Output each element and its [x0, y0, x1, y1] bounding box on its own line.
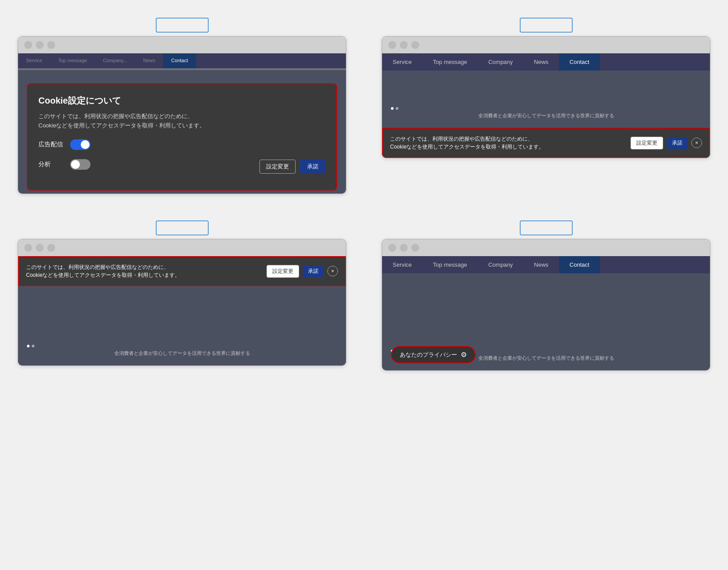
nav4-top-message[interactable]: Top message [422, 256, 477, 273]
nav-company[interactable]: Company... [95, 53, 135, 68]
browser-content-3: このサイトでは、利用状況の把握や広告配信などのために、 Cookieなどを使用し… [18, 256, 346, 365]
hero-area-3: 全消費者と企業が安心してデータを活用できる世界に貢献する [18, 286, 346, 365]
dot-green [47, 41, 55, 49]
browser-1: Service Top message Company... News Cont… [18, 36, 346, 194]
browser-content-2: Service Top message Company News Contact… [382, 53, 710, 158]
browser-4: Service Top message Company News Contact… [382, 239, 710, 371]
hero-area-2: 全消費者と企業が安心してデータを活用できる世界に貢献する [382, 71, 710, 128]
dot-yellow-2 [400, 41, 408, 49]
banner-settings-button-3[interactable]: 設定変更 [266, 265, 299, 278]
cookie-modal-title: Cookie設定について [38, 95, 326, 107]
analysis-row: 分析 設定変更 承諾 [38, 155, 326, 174]
browser-2: Service Top message Company News Contact… [382, 36, 710, 158]
titlebar-3 [18, 239, 346, 256]
banner-close-button-3[interactable]: × [327, 266, 338, 276]
gear-icon: ⚙ [461, 350, 467, 359]
dot-red-2 [388, 41, 396, 49]
banner-accept-button-2[interactable]: 承諾 [667, 137, 688, 149]
dot-red-4 [388, 244, 396, 252]
banner-actions-3: 設定変更 承諾 × [266, 265, 338, 278]
dot1 [391, 107, 394, 110]
dot-red [24, 41, 32, 49]
nav4-company[interactable]: Company [478, 256, 524, 273]
analysis-toggle[interactable] [70, 159, 90, 170]
banner-settings-button-2[interactable]: 設定変更 [630, 137, 663, 149]
cookie-banner-2: このサイトでは、利用状況の把握や広告配信などのために、 Cookieなどを使用し… [382, 128, 710, 158]
hero-dots-3 [27, 345, 337, 347]
hero-text-2: 全消費者と企業が安心してデータを活用できる世界に貢献する [391, 112, 701, 119]
browser-3: このサイトでは、利用状況の把握や広告配信などのために、 Cookieなどを使用し… [18, 239, 346, 366]
hero-text-3: 全消費者と企業が安心してデータを活用できる世界に貢献する [27, 350, 337, 357]
nav-top-message[interactable]: Top message [50, 53, 95, 68]
nav4-contact[interactable]: Contact [559, 256, 600, 273]
nav2-contact[interactable]: Contact [559, 53, 600, 71]
banner-accept-button-3[interactable]: 承諾 [303, 265, 324, 277]
dot-yellow [36, 41, 44, 49]
panel-2-label [520, 18, 573, 33]
dot-red-3 [24, 244, 32, 252]
titlebar-2 [382, 37, 710, 53]
banner-text-2: このサイトでは、利用状況の把握や広告配信などのために、 Cookieなどを使用し… [390, 135, 630, 151]
ad-toggle[interactable] [70, 139, 90, 150]
dot-green-2 [411, 41, 419, 49]
nav4-news[interactable]: News [523, 256, 559, 273]
nav2-service[interactable]: Service [382, 53, 422, 71]
panel-1: Service Top message Company... News Cont… [18, 18, 346, 194]
panel-4-label [520, 220, 573, 235]
browser-content-1: Service Top message Company... News Cont… [18, 53, 346, 194]
ad-label: 広告配信 [38, 141, 65, 149]
dot1-3 [27, 345, 30, 347]
browser-content-4: Service Top message Company News Contact… [382, 256, 710, 370]
modal-accept-button[interactable]: 承諾 [300, 160, 326, 174]
dot-green-4 [411, 244, 419, 252]
banner-actions-2: 設定変更 承諾 × [630, 137, 702, 149]
privacy-btn-label: あなたのプライバシー [400, 351, 457, 359]
nav4-service[interactable]: Service [382, 256, 422, 273]
nav2-company[interactable]: Company [478, 53, 524, 71]
ad-row: 広告配信 [38, 139, 326, 150]
privacy-button[interactable]: あなたのプライバシー ⚙ [391, 346, 476, 363]
panel-3-label [156, 220, 209, 235]
dot2-3 [32, 345, 34, 347]
nav-bar-2: Service Top message Company News Contact [382, 53, 710, 71]
panel-3: このサイトでは、利用状況の把握や広告配信などのために、 Cookieなどを使用し… [18, 220, 346, 397]
cookie-modal-description: このサイトでは、利用状況の把握や広告配信などのために、Cookieなどを使用して… [38, 112, 326, 130]
dot-yellow-3 [36, 244, 44, 252]
analysis-label: 分析 [38, 160, 65, 168]
nav-contact[interactable]: Contact [163, 53, 196, 68]
nav-bar-4: Service Top message Company News Contact [382, 256, 710, 273]
panel-1-label [156, 18, 209, 33]
cookie-banner-3: このサイトでは、利用状況の把握や広告配信などのために、 Cookieなどを使用し… [18, 256, 346, 286]
hero-dots-2 [391, 107, 701, 110]
dot-green-3 [47, 244, 55, 252]
banner-close-button-2[interactable]: × [691, 138, 702, 148]
titlebar-4 [382, 239, 710, 256]
nav-news[interactable]: News [135, 53, 164, 68]
nav2-news[interactable]: News [523, 53, 559, 71]
cookie-modal: Cookie設定について このサイトでは、利用状況の把握や広告配信などのために、… [27, 83, 337, 190]
panel-2: Service Top message Company News Contact… [382, 18, 710, 194]
panel-4: Service Top message Company News Contact… [382, 220, 710, 397]
banner-text-3: このサイトでは、利用状況の把握や広告配信などのために、 Cookieなどを使用し… [26, 263, 266, 279]
titlebar-1 [18, 37, 346, 53]
modal-settings-button[interactable]: 設定変更 [259, 160, 296, 174]
dot-yellow-4 [400, 244, 408, 252]
nav-service[interactable]: Service [18, 53, 50, 68]
nav2-top-message[interactable]: Top message [422, 53, 477, 71]
dot2 [396, 107, 398, 110]
